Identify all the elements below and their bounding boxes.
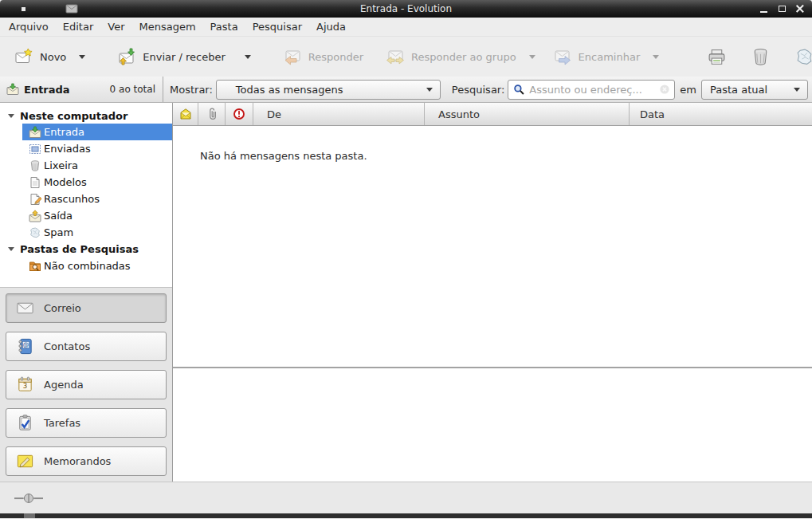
chevron-down-icon[interactable] [653,55,659,59]
sidebar-item-modelos[interactable]: Modelos [22,174,172,191]
title-bar[interactable]: Entrada - Evolution [0,0,812,18]
send-receive-button[interactable]: Enviar / receber [111,43,257,70]
message-list[interactable]: Não há mensagens nesta pasta. [173,126,812,367]
sidebar-item-nao-combinadas[interactable]: Não combinadas [22,258,172,274]
column-data[interactable]: Data [630,103,812,125]
magnifier-icon[interactable] [513,84,525,96]
switcher-correio-button[interactable]: Correio [6,293,167,323]
new-button[interactable]: Novo [8,43,92,70]
tree-group-pastas-de-pesquisas[interactable]: Pastas de Pesquisas [0,241,172,258]
menu-item-ver[interactable]: Ver [100,18,131,35]
outbox-icon [29,210,41,222]
show-filter-dropdown[interactable]: Todas as mensagens [216,80,441,100]
scope-value: Pasta atual [710,84,767,96]
sidebar-item-lixeira[interactable]: Lixeira [22,157,172,174]
reply-icon [283,47,302,66]
search-box [508,80,675,100]
preview-pane [173,368,812,482]
memo-icon [16,452,34,470]
search-input[interactable] [529,84,659,96]
inbox-icon [29,126,41,139]
delete-button[interactable] [743,44,779,70]
window-title: Entrada - Evolution [0,3,812,14]
menu-item-pesquisar[interactable]: Pesquisar [245,18,309,35]
close-button[interactable] [795,3,805,14]
view-switcher: Correio Contatos Agenda Tarefas Memorand… [0,287,172,482]
junk-button[interactable] [787,44,812,70]
sidebar: Neste computador Entrada Enviadas Lixeir… [0,103,173,482]
column-assunto[interactable]: Assunto [425,103,630,125]
collapse-triangle-icon[interactable] [8,114,14,118]
tasks-icon [16,414,34,432]
clear-icon[interactable] [659,84,670,95]
column-attachment[interactable] [198,103,226,125]
folder-label: Entrada [44,126,84,138]
draft-icon [29,193,41,206]
folder-title: Entrada [24,84,70,96]
switcher-label: Agenda [44,379,84,391]
forward-button[interactable]: Encaminhar [547,43,666,70]
evolution-window: Entrada - Evolution Arquivo Editar Ver M… [0,0,812,519]
new-button-label: Novo [40,51,66,63]
folder-label: Enviadas [44,143,91,155]
column-de[interactable]: De [253,103,425,125]
switcher-memorandos-button[interactable]: Memorandos [6,446,167,476]
switcher-label: Contatos [44,340,90,352]
bottom-edge-notch [24,513,35,518]
reply-button[interactable]: Responder [277,43,370,70]
minimize-button[interactable] [759,3,768,14]
tree-group-neste-computador[interactable]: Neste computador [0,108,172,124]
folder-label: Lixeira [44,159,78,171]
sidebar-item-entrada[interactable]: Entrada [22,124,172,140]
trash-icon [29,159,41,172]
show-label: Mostrar: [170,84,213,96]
contacts-icon [16,337,34,356]
menu-item-arquivo[interactable]: Arquivo [2,18,56,35]
menu-item-editar[interactable]: Editar [56,18,101,35]
print-button[interactable] [699,44,735,70]
calendar-icon [16,375,34,394]
toolbar: Novo Enviar / receber Responder Responde… [0,37,812,77]
maximize-button[interactable] [777,3,787,14]
menu-bar: Arquivo Editar Ver Mensagem Pasta Pesqui… [0,18,812,37]
print-icon [707,47,727,67]
folder-label: Saída [44,210,73,222]
sidebar-item-saida[interactable]: Saída [22,207,172,224]
online-status-button[interactable] [11,490,46,507]
attachment-icon [206,108,218,120]
reply-group-button[interactable]: Responder ao grupo [379,43,542,70]
scope-dropdown[interactable]: Pasta atual [701,80,808,100]
switcher-label: Correio [44,302,81,314]
switcher-label: Tarefas [44,417,80,429]
menu-item-ajuda[interactable]: Ajuda [309,18,353,35]
online-plug-icon [14,493,43,504]
switcher-contatos-button[interactable]: Contatos [6,332,167,361]
sidebar-item-spam[interactable]: Spam [22,224,172,241]
search-label: Pesquisar: [452,84,505,96]
menu-item-pasta[interactable]: Pasta [203,18,245,35]
switcher-label: Memorandos [44,455,111,467]
reply-all-icon [386,47,405,66]
new-mail-icon [14,47,33,66]
column-priority[interactable] [226,103,253,125]
read-status-icon [179,108,192,120]
send-receive-icon [117,47,136,66]
folder-label: Modelos [44,176,87,188]
sent-icon [29,143,41,155]
tree-group-label: Pastas de Pesquisas [20,243,139,255]
folder-tree: Neste computador Entrada Enviadas Lixeir… [0,103,172,287]
sidebar-item-rascunhos[interactable]: Rascunhos [22,191,172,207]
chevron-down-icon[interactable] [529,55,535,59]
titlebar-bullet-icon [22,7,25,11]
switcher-agenda-button[interactable]: Agenda [6,370,167,399]
column-read-status[interactable] [173,103,198,125]
switcher-tarefas-button[interactable]: Tarefas [6,408,167,438]
junk-icon [794,47,812,67]
collapse-triangle-icon[interactable] [8,247,14,251]
sidebar-item-enviadas[interactable]: Enviadas [22,140,172,157]
menu-item-mensagem[interactable]: Mensagem [132,18,203,35]
forward-icon [553,47,572,66]
chevron-down-icon[interactable] [79,55,85,59]
chevron-down-icon[interactable] [245,55,251,59]
tree-group-label: Neste computador [20,110,127,122]
